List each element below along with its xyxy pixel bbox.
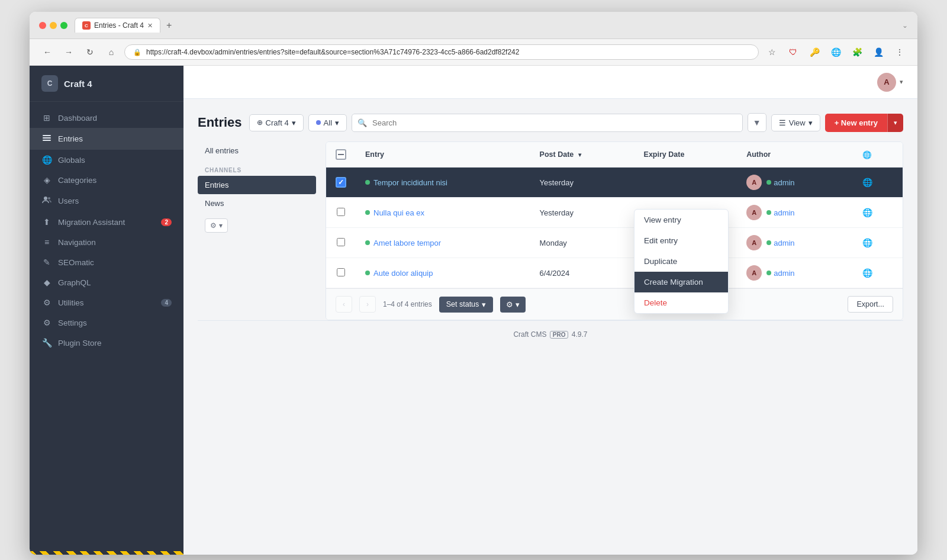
duplicate-item[interactable]: Duplicate bbox=[634, 251, 728, 272]
edit-entry-item[interactable]: Edit entry bbox=[634, 230, 728, 251]
row-3-entry-link[interactable]: Amet labore tempor bbox=[365, 239, 521, 247]
site-column-header: 🌐 bbox=[853, 142, 903, 168]
sidebar-item-navigation[interactable]: ≡ Navigation bbox=[30, 232, 183, 252]
row-2-checkbox-cell[interactable] bbox=[326, 198, 356, 228]
set-status-button[interactable]: Set status ▾ bbox=[439, 297, 494, 313]
tab-title: Entries - Craft 4 bbox=[94, 21, 144, 30]
browser-toolbar: ← → ↻ ⌂ 🔒 https://craft-4.devbox/admin/e… bbox=[30, 39, 917, 66]
site-filter-button[interactable]: ⊕ Craft 4 ▾ bbox=[249, 114, 304, 131]
view-button[interactable]: ☰ View ▾ bbox=[771, 114, 820, 131]
sidebar-item-utilities[interactable]: ⚙ Utilities 4 bbox=[30, 292, 183, 313]
address-bar[interactable]: 🔒 https://craft-4.devbox/admin/entries/e… bbox=[124, 44, 759, 60]
sidebar-label-users: Users bbox=[58, 197, 79, 205]
site-filter-label: Craft 4 bbox=[266, 118, 289, 127]
row-3-checkbox-cell[interactable] bbox=[326, 228, 356, 258]
page-title: Entries bbox=[198, 115, 242, 130]
row-3-checkbox[interactable] bbox=[337, 238, 345, 246]
sidebar-item-dashboard[interactable]: ⊞ Dashboard bbox=[30, 108, 183, 128]
all-entries-link[interactable]: All entries bbox=[198, 141, 316, 160]
user-menu[interactable]: A ▾ bbox=[877, 73, 903, 92]
sidebar-item-plugin-store[interactable]: 🔧 Plugin Store bbox=[30, 333, 183, 353]
row-1-checkbox[interactable]: ✓ bbox=[336, 177, 346, 188]
channel-news[interactable]: News bbox=[198, 194, 316, 213]
extension-shield-icon[interactable]: 🛡 bbox=[785, 44, 801, 60]
row-4-entry-link[interactable]: Aute dolor aliquip bbox=[365, 269, 521, 278]
status-filter-button[interactable]: All ▾ bbox=[308, 114, 347, 131]
row-4-checkbox-cell[interactable] bbox=[326, 258, 356, 288]
sidebar-item-categories[interactable]: ◈ Categories bbox=[30, 170, 183, 190]
next-page-button[interactable]: › bbox=[359, 296, 376, 313]
table-footer: ‹ › 1–4 of 4 entries Set status ▾ ⚙ ▾ bbox=[326, 288, 903, 320]
sidebar-label-globals: Globals bbox=[58, 156, 85, 165]
categories-icon: ◈ bbox=[41, 175, 52, 185]
create-migration-item[interactable]: Create Migration bbox=[634, 272, 728, 292]
back-button[interactable]: ← bbox=[39, 44, 56, 60]
sidebar-item-globals[interactable]: 🌐 Globals bbox=[30, 150, 183, 170]
bookmark-icon[interactable]: ☆ bbox=[764, 44, 780, 60]
forward-button[interactable]: → bbox=[60, 44, 77, 60]
sidebar-item-seomatic[interactable]: ✎ SEOmatic bbox=[30, 252, 183, 272]
filter-toggle-button[interactable]: ▼ bbox=[748, 113, 766, 132]
row-4-globe-icon[interactable]: 🌐 bbox=[862, 268, 872, 278]
export-button[interactable]: Export... bbox=[848, 296, 893, 313]
row-3-globe-icon[interactable]: 🌐 bbox=[862, 238, 872, 247]
search-input[interactable] bbox=[352, 114, 743, 132]
maximize-button[interactable] bbox=[60, 22, 67, 29]
channel-entries[interactable]: Entries bbox=[198, 176, 316, 194]
seomatic-icon: ✎ bbox=[41, 258, 52, 267]
new-tab-button[interactable]: + bbox=[163, 20, 175, 31]
extension-key-icon[interactable]: 🔑 bbox=[806, 44, 823, 60]
new-entry-dropdown-button[interactable]: ▾ bbox=[887, 114, 903, 132]
table-row: Aute dolor aliquip 6/4/2024 6/25/2024 A bbox=[326, 258, 903, 288]
row-1-checkbox-cell[interactable]: ✓ bbox=[326, 168, 356, 198]
entries-header: Entries ⊕ Craft 4 ▾ All ▾ bbox=[198, 113, 903, 132]
row-2-globe-icon[interactable]: 🌐 bbox=[862, 208, 872, 217]
new-entry-button[interactable]: + New entry bbox=[825, 114, 887, 132]
plugin-store-icon: 🔧 bbox=[41, 338, 52, 347]
sidebar-item-users[interactable]: Users bbox=[30, 190, 183, 212]
table-row: Amet labore tempor Monday A bbox=[326, 228, 903, 258]
site-filter-icon: ⊕ bbox=[257, 118, 263, 127]
set-status-label: Set status bbox=[446, 300, 479, 308]
row-2-checkbox[interactable] bbox=[337, 208, 345, 216]
row-4-site: 🌐 bbox=[853, 258, 903, 288]
prev-page-button[interactable]: ‹ bbox=[336, 296, 352, 313]
post-date-column-header[interactable]: Post Date ▾ bbox=[530, 142, 634, 168]
sidebar-label-utilities: Utilities bbox=[58, 298, 84, 307]
browser-titlebar: C Entries - Craft 4 ✕ + ⌄ bbox=[30, 12, 917, 39]
extension-unknown-icon[interactable]: 👤 bbox=[870, 44, 887, 60]
sidebar-item-graphql[interactable]: ◆ GraphQL bbox=[30, 272, 183, 292]
row-2-entry-link[interactable]: Nulla qui ea ex bbox=[365, 208, 521, 217]
sidebar-item-migration-assistant[interactable]: ⬆ Migration Assistant 2 bbox=[30, 212, 183, 232]
sidebar-item-settings[interactable]: ⚙ Settings bbox=[30, 313, 183, 333]
sidebar-item-entries[interactable]: Entries bbox=[30, 128, 183, 150]
row-1-author-avatar: A bbox=[746, 175, 762, 190]
minimize-button[interactable] bbox=[50, 22, 57, 29]
view-entry-item[interactable]: View entry bbox=[634, 210, 728, 230]
row-4-checkbox[interactable] bbox=[337, 268, 345, 276]
delete-item[interactable]: Delete bbox=[634, 292, 728, 313]
channel-settings-button[interactable]: ⚙ ▾ bbox=[205, 218, 228, 233]
more-options-icon[interactable]: ⋮ bbox=[891, 44, 908, 60]
tab-close-button[interactable]: ✕ bbox=[147, 22, 153, 30]
app-footer: Craft CMS PRO 4.9.7 bbox=[198, 320, 903, 348]
reload-button[interactable]: ↻ bbox=[82, 44, 98, 60]
home-button[interactable]: ⌂ bbox=[103, 44, 120, 60]
row-1-globe-icon[interactable]: 🌐 bbox=[862, 178, 872, 187]
pagination-count: 1–4 of 4 entries bbox=[383, 300, 432, 308]
url-text: https://craft-4.devbox/admin/entries/ent… bbox=[146, 48, 750, 56]
row-1-entry: Tempor incididunt nisi bbox=[356, 168, 530, 198]
close-button[interactable] bbox=[39, 22, 46, 29]
user-dropdown-icon: ▾ bbox=[900, 78, 903, 86]
deselect-all-checkbox[interactable] bbox=[336, 149, 346, 160]
sidebar-label-plugin-store: Plugin Store bbox=[58, 339, 102, 347]
sidebar-header: C Craft 4 bbox=[30, 66, 183, 102]
row-3-author-name: admin bbox=[766, 239, 794, 247]
svg-point-4 bbox=[48, 197, 50, 199]
gear-actions-button[interactable]: ⚙ ▾ bbox=[500, 297, 526, 313]
extension-puzzle-icon[interactable]: 🧩 bbox=[849, 44, 865, 60]
tab-favicon: C bbox=[82, 21, 91, 30]
row-1-entry-link[interactable]: Tempor incididunt nisi bbox=[365, 178, 521, 187]
extension-vpn-icon[interactable]: 🌐 bbox=[827, 44, 844, 60]
active-tab[interactable]: C Entries - Craft 4 ✕ bbox=[75, 18, 160, 33]
